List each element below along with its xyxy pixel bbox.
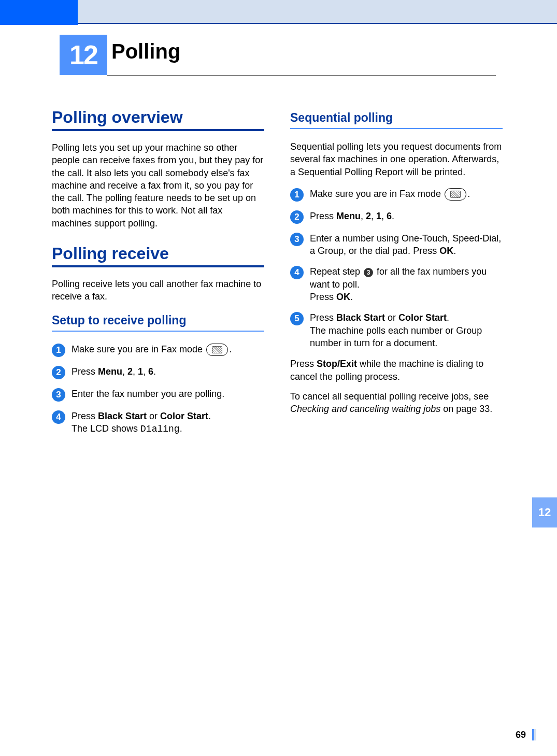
step-3: 3 Enter the fax number you are polling. xyxy=(52,388,264,402)
key-black-start: Black Start xyxy=(336,312,385,323)
key-color-start: Color Start xyxy=(160,411,208,421)
step-4-text: Press Black Start or Color Start. The LC… xyxy=(72,410,264,436)
key-menu: Menu xyxy=(98,366,122,377)
key-ok: OK xyxy=(336,292,350,302)
t: , xyxy=(361,211,366,221)
step-1: 1 Make sure you are in Fax mode . xyxy=(52,343,264,357)
page-number: 69 xyxy=(516,730,526,740)
seq-step-2: 2 Press Menu, 2, 1, 6. xyxy=(290,210,503,224)
step-badge-4: 4 xyxy=(290,266,304,279)
step-3-text: Enter the fax number you are polling. xyxy=(72,388,264,400)
heading-rule xyxy=(52,129,264,131)
t: Press xyxy=(310,211,336,221)
step-4: 4 Press Black Start or Color Start. The … xyxy=(52,410,264,436)
step-badge-1: 1 xyxy=(290,188,304,202)
step-badge-1: 1 xyxy=(52,344,65,357)
t: , xyxy=(133,366,138,377)
t: , xyxy=(122,366,127,377)
step-2: 2 Press Menu, 2, 1, 6. xyxy=(52,365,264,379)
subheading-sequential: Sequential polling xyxy=(290,111,503,129)
t: or xyxy=(385,312,398,323)
seq-step-5: 5 Press Black Start or Color Start. The … xyxy=(290,311,503,349)
t: , xyxy=(381,211,387,221)
t: Press xyxy=(72,366,98,377)
key-6: 6 xyxy=(148,366,153,377)
t: Enter a number using One-Touch, Speed-Di… xyxy=(310,233,501,256)
chapter-underline xyxy=(107,75,496,76)
t: The machine polls each number or Group n… xyxy=(310,325,482,348)
step-badge-4: 4 xyxy=(52,410,65,424)
page-marker-icon xyxy=(532,729,537,740)
t: . xyxy=(180,423,182,434)
t: . xyxy=(153,366,156,377)
t: . xyxy=(453,246,456,256)
t: The LCD shows xyxy=(72,423,140,434)
heading-rule xyxy=(52,265,264,267)
key-ok: OK xyxy=(439,246,453,256)
seq-step-1: 1 Make sure you are in Fax mode . xyxy=(290,188,503,202)
key-6: 6 xyxy=(387,211,392,221)
header-light-bar xyxy=(78,0,557,24)
t: Press xyxy=(72,411,98,421)
cancel-ref-paragraph: To cancel all sequential polling receive… xyxy=(290,390,503,416)
step-badge-5: 5 xyxy=(290,312,304,325)
heading-polling-receive: Polling receive xyxy=(52,244,264,263)
fax-mode-icon xyxy=(206,344,228,356)
step-1-post: . xyxy=(229,344,232,354)
t: Press xyxy=(310,292,336,302)
chapter-title: Polling xyxy=(111,40,180,63)
heading-polling-overview: Polling overview xyxy=(52,108,264,127)
seq-step-5-text: Press Black Start or Color Start. The ma… xyxy=(310,311,503,349)
seq-step-1-text: Make sure you are in Fax mode . xyxy=(310,188,503,201)
receive-paragraph: Polling receive lets you call another fa… xyxy=(52,278,264,303)
t: . xyxy=(392,211,394,221)
key-2: 2 xyxy=(366,211,371,221)
key-menu: Menu xyxy=(336,211,361,221)
t: Press xyxy=(290,359,317,369)
t: or xyxy=(147,411,160,421)
step-badge-2: 2 xyxy=(52,366,65,379)
step-1-text: Make sure you are in Fax mode . xyxy=(72,343,264,356)
key-color-start: Color Start xyxy=(398,312,447,323)
t: on page 33. xyxy=(440,404,492,414)
subheading-setup-receive: Setup to receive polling xyxy=(52,313,264,332)
key-2: 2 xyxy=(127,366,133,377)
t: To cancel all sequential polling receive… xyxy=(290,391,489,402)
lcd-dialing: Dialing xyxy=(140,424,180,434)
seq-step-3-text: Enter a number using One-Touch, Speed-Di… xyxy=(310,232,503,258)
t: . xyxy=(467,189,470,199)
t: , xyxy=(143,366,148,377)
t: Press xyxy=(310,312,336,323)
left-column: Polling overview Polling lets you set up… xyxy=(52,104,264,444)
chapter-number-badge: 12 xyxy=(60,35,107,75)
crossref-checking-canceling: Checking and canceling waiting jobs xyxy=(290,404,440,414)
key-1: 1 xyxy=(376,211,381,221)
t: . xyxy=(208,411,211,421)
t: . xyxy=(447,312,449,323)
overview-paragraph: Polling lets you set up your machine so … xyxy=(52,141,264,230)
fax-mode-icon xyxy=(445,188,466,201)
t: Repeat step xyxy=(310,266,363,277)
key-stop-exit: Stop/Exit xyxy=(317,359,357,369)
inline-step-ref-3: 3 xyxy=(364,268,373,277)
right-column: Sequential polling Sequential polling le… xyxy=(290,104,503,444)
seq-step-3: 3 Enter a number using One-Touch, Speed-… xyxy=(290,232,503,258)
key-1: 1 xyxy=(138,366,143,377)
seq-step-4-text: Repeat step 3 for all the fax numbers yo… xyxy=(310,265,503,303)
header-blue-block xyxy=(0,0,78,25)
key-black-start: Black Start xyxy=(98,411,147,421)
step-badge-2: 2 xyxy=(290,210,304,224)
seq-step-2-text: Press Menu, 2, 1, 6. xyxy=(310,210,503,222)
seq-step-4: 4 Repeat step 3 for all the fax numbers … xyxy=(290,265,503,303)
step-2-text: Press Menu, 2, 1, 6. xyxy=(72,365,264,378)
step-1-pre: Make sure you are in Fax mode xyxy=(72,344,205,354)
t: . xyxy=(350,292,353,302)
stop-exit-paragraph: Press Stop/Exit while the machine is dia… xyxy=(290,358,503,383)
sequential-paragraph: Sequential polling lets you request docu… xyxy=(290,140,503,178)
t: Make sure you are in Fax mode xyxy=(310,189,444,199)
t: , xyxy=(371,211,376,221)
step-badge-3: 3 xyxy=(290,233,304,246)
side-chapter-tab: 12 xyxy=(532,497,557,527)
step-badge-3: 3 xyxy=(52,388,65,402)
